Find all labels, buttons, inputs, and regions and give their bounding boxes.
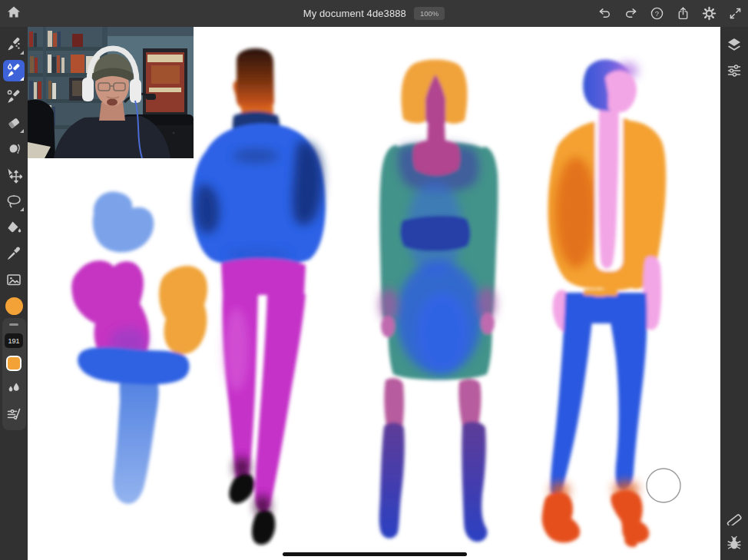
smudge-icon xyxy=(5,141,22,157)
brush-preview-dot[interactable] xyxy=(5,297,23,315)
top-bar-actions: ? xyxy=(597,0,743,27)
water-flow-button[interactable] xyxy=(5,379,23,397)
document-title[interactable]: My document 4de3888 xyxy=(303,8,406,19)
ruler-icon xyxy=(726,509,743,525)
fullscreen-icon xyxy=(728,6,743,21)
brush-cursor xyxy=(647,469,680,502)
fresco-app: My document 4de3888 100% ? xyxy=(0,0,748,560)
adjustments-sliders-icon xyxy=(726,62,743,79)
undo-icon xyxy=(597,6,612,21)
active-color-swatch[interactable] xyxy=(6,356,22,371)
fill-bucket-icon xyxy=(5,219,22,236)
tool-pixel-brush[interactable] xyxy=(1,31,27,58)
gear-icon xyxy=(702,6,717,21)
bug-icon xyxy=(726,535,743,552)
tool-place-image[interactable] xyxy=(1,267,27,293)
layers-panel-button[interactable] xyxy=(721,31,747,58)
figure-teal-dress xyxy=(379,60,498,542)
zoom-level-badge[interactable]: 100% xyxy=(414,7,445,20)
left-toolbar: 191 xyxy=(0,27,28,560)
home-button[interactable] xyxy=(0,0,28,27)
help-button[interactable]: ? xyxy=(649,5,665,22)
figure-orange-jacket xyxy=(542,60,667,548)
move-icon xyxy=(5,167,22,184)
flyout-indicator xyxy=(20,207,24,211)
share-icon xyxy=(676,6,690,21)
brush-options-panel: 191 xyxy=(2,318,26,430)
tool-vector-brush[interactable] xyxy=(1,84,27,110)
tool-smudge[interactable] xyxy=(1,136,27,162)
home-indicator[interactable] xyxy=(283,552,467,556)
brush-settings-icon xyxy=(5,406,22,422)
blobs-group xyxy=(71,192,207,504)
help-icon: ? xyxy=(650,6,664,21)
settings-button[interactable] xyxy=(701,5,717,22)
document-canvas[interactable] xyxy=(28,27,720,560)
undo-button[interactable] xyxy=(597,5,613,22)
svg-text:?: ? xyxy=(655,9,659,18)
eyedropper-icon xyxy=(5,245,22,262)
flyout-indicator xyxy=(20,51,24,55)
report-bug-button[interactable] xyxy=(721,530,747,556)
tool-eyedropper[interactable] xyxy=(1,240,27,267)
image-icon xyxy=(5,271,22,288)
ruler-tool-button[interactable] xyxy=(721,504,747,530)
webcam-video-frame xyxy=(28,27,194,158)
tool-fill[interactable] xyxy=(1,214,27,240)
flyout-indicator xyxy=(20,129,24,133)
tool-eraser[interactable] xyxy=(1,110,27,136)
tool-select-lasso[interactable] xyxy=(1,188,27,214)
water-drops-icon xyxy=(5,379,22,396)
top-bar: My document 4de3888 100% ? xyxy=(0,0,748,27)
redo-icon xyxy=(624,6,638,21)
brush-settings-button[interactable] xyxy=(5,405,23,423)
flyout-indicator xyxy=(20,77,24,81)
webcam-overlay[interactable] xyxy=(28,27,194,158)
home-icon xyxy=(6,5,22,23)
redo-button[interactable] xyxy=(623,5,639,22)
tool-live-brush[interactable] xyxy=(1,58,27,84)
vector-brush-icon xyxy=(5,88,22,105)
share-button[interactable] xyxy=(675,5,691,22)
panel-drag-handle[interactable] xyxy=(9,323,18,326)
tool-move[interactable] xyxy=(1,162,27,188)
properties-panel-button[interactable] xyxy=(721,58,747,84)
framed-poster xyxy=(143,48,187,116)
brush-size-value[interactable]: 191 xyxy=(5,333,23,348)
figure-blue-sweater xyxy=(192,48,326,545)
fullscreen-button[interactable] xyxy=(727,5,743,22)
right-taskbar xyxy=(720,27,748,560)
layers-icon xyxy=(726,36,743,53)
